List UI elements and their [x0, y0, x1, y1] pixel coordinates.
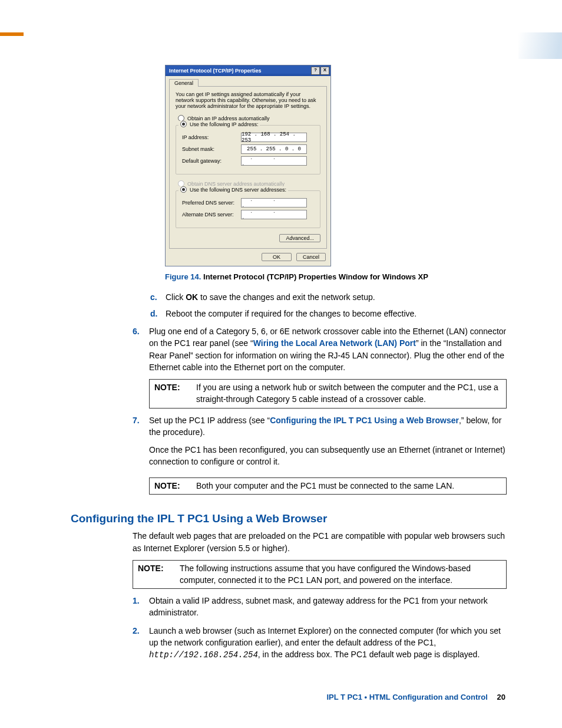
link-wiring-lan[interactable]: Wiring the Local Area Network (LAN) Port — [253, 338, 416, 348]
radio-icon — [180, 186, 187, 193]
ok-button[interactable]: OK — [262, 253, 292, 261]
step-7-text: Set up the PC1 IP address (see “Configur… — [149, 416, 501, 437]
marker-2: 2. — [133, 625, 144, 661]
section-heading: Configuring the IPL T PC1 Using a Web Br… — [71, 512, 507, 525]
note-text: The following instructions assume that y… — [175, 561, 506, 588]
default-gateway-input[interactable]: . . . — [241, 156, 307, 166]
default-url: http://192.168.254.254 — [149, 650, 258, 660]
step-d-text: Reboot the computer if required for the … — [166, 308, 416, 320]
radio-use-following-dns[interactable]: Use the following DNS server addresses: — [190, 187, 286, 193]
step-c-text: Click OK to save the changes and exit th… — [166, 292, 375, 304]
section-step-1: Obtain a valid IP address, subnet mask, … — [149, 595, 507, 619]
marker-d: d. — [150, 308, 161, 320]
page-footer: IPL T PC1 • HTML Configuration and Contr… — [326, 693, 505, 701]
tab-row: General — [166, 76, 330, 86]
step-7-body: Set up the PC1 IP address (see “Configur… — [149, 414, 507, 472]
step-6-text: Plug one end of a Category 5, 6, or 6E n… — [149, 325, 507, 373]
preferred-dns-label: Preferred DNS server: — [182, 200, 241, 206]
marker-1: 1. — [133, 595, 144, 619]
section-step-2: Launch a web browser (such as Internet E… — [149, 625, 507, 661]
ip-fieldset: Use the following IP address: IP address… — [176, 125, 320, 174]
step-7-follow: Once the PC1 has been reconfigured, you … — [149, 444, 507, 468]
tcpip-properties-dialog: Internet Protocol (TCP/IP) Properties ? … — [165, 65, 331, 266]
dialog-intro-text: You can get IP settings assigned automat… — [176, 91, 320, 109]
link-configuring-pc1[interactable]: Configuring the IPL T PC1 Using a Web Br… — [270, 416, 459, 425]
tab-general[interactable]: General — [169, 79, 199, 87]
ip-address-label: IP address: — [182, 134, 241, 140]
alternate-dns-input[interactable]: . . . — [241, 210, 307, 219]
cancel-button[interactable]: Cancel — [296, 253, 326, 261]
alternate-dns-label: Alternate DNS server: — [182, 212, 241, 218]
marker-6: 6. — [133, 325, 144, 373]
note-assumptions: NOTE: The following instructions assume … — [133, 560, 507, 589]
note-text: If you are using a network hub or switch… — [191, 380, 506, 407]
default-gateway-label: Default gateway: — [182, 158, 241, 164]
header-fade — [518, 32, 562, 59]
figure-label: Figure 14. — [165, 272, 201, 281]
note-same-lan: NOTE: Both your computer and the PC1 mus… — [149, 477, 507, 495]
note-text: Both your computer and the PC1 must be c… — [191, 478, 506, 495]
page-content: Internet Protocol (TCP/IP) Properties ? … — [71, 32, 507, 667]
close-icon[interactable]: X — [320, 67, 329, 75]
help-icon[interactable]: ? — [311, 67, 320, 75]
ip-address-input[interactable]: 192 . 168 . 254 . 253 — [241, 133, 307, 142]
advanced-button[interactable]: Advanced... — [279, 234, 320, 242]
dialog-titlebar: Internet Protocol (TCP/IP) Properties ? … — [166, 65, 330, 76]
note-label: NOTE: — [133, 561, 175, 588]
footer-text: IPL T PC1 • HTML Configuration and Contr… — [326, 693, 487, 701]
note-hub-switch: NOTE: If you are using a network hub or … — [149, 379, 507, 408]
dns-fieldset: Use the following DNS server addresses: … — [176, 190, 320, 228]
marker-c: c. — [150, 292, 161, 304]
section-intro: The default web pages that are preloaded… — [133, 530, 507, 554]
page-number: 20 — [497, 693, 505, 701]
preferred-dns-input[interactable]: . . . — [241, 198, 307, 207]
header-accent — [0, 32, 24, 36]
note-label: NOTE: — [150, 380, 191, 407]
note-label: NOTE: — [150, 478, 191, 495]
radio-icon — [180, 121, 187, 127]
figure-caption: Figure 14. Internet Protocol (TCP/IP) Pr… — [165, 272, 507, 281]
subnet-mask-label: Subnet mask: — [182, 146, 241, 152]
figure-text: Internet Protocol (TCP/IP) Properties Wi… — [203, 272, 428, 281]
marker-7: 7. — [133, 414, 144, 472]
subnet-mask-input[interactable]: 255 . 255 . 0 . 0 — [241, 144, 307, 154]
radio-use-following-ip[interactable]: Use the following IP address: — [190, 121, 258, 127]
dialog-title: Internet Protocol (TCP/IP) Properties — [169, 68, 262, 74]
